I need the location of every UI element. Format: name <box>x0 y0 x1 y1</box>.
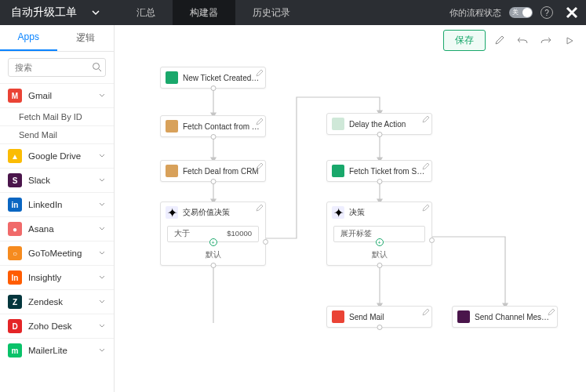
app-row-zoho-desk[interactable]: DZoho Desk <box>0 314 114 338</box>
flow-title-dropdown[interactable]: 自动升级工单 <box>0 5 111 20</box>
condition-row[interactable]: 大于 $10000 + <box>167 226 259 242</box>
crm-icon <box>166 120 178 132</box>
app-row-google-drive[interactable]: ▲Google Drive <box>0 143 114 168</box>
edit-icon[interactable] <box>422 308 430 316</box>
app-row-zendesk[interactable]: ZZendesk <box>0 289 114 314</box>
node-send-channel[interactable]: Send Channel Message <box>452 306 558 328</box>
chevron-down-icon <box>91 8 100 17</box>
app-row-mailerlite[interactable]: mMailerLite <box>0 338 114 362</box>
node-fetch-ticket[interactable]: Fetch Ticket from Supp... <box>326 160 432 182</box>
chevron-down-icon <box>98 298 106 306</box>
desk-icon <box>332 165 344 177</box>
app-row-linkedin[interactable]: inLinkedIn <box>0 192 114 216</box>
sidetab-logic[interactable]: 逻辑 <box>57 25 115 51</box>
app-row-gmail[interactable]: MGmail <box>0 83 114 107</box>
app-icon: D <box>8 319 22 333</box>
app-icon: Z <box>8 295 22 309</box>
status-label: 你的流程状态 <box>450 7 501 19</box>
sidetab-apps[interactable]: Apps <box>0 25 57 51</box>
chevron-down-icon <box>98 201 106 209</box>
add-condition-icon[interactable]: + <box>209 238 217 246</box>
close-button[interactable] <box>561 0 583 25</box>
edit-icon[interactable] <box>256 162 264 170</box>
default-branch: 默认 <box>161 250 265 260</box>
edit-icon[interactable] <box>489 31 509 50</box>
delay-icon <box>332 118 344 130</box>
edit-icon[interactable] <box>422 162 430 170</box>
crm-icon <box>166 165 178 177</box>
tab-history[interactable]: 历史记录 <box>235 0 308 25</box>
edit-icon[interactable] <box>256 118 264 125</box>
chevron-down-icon <box>98 322 106 330</box>
edit-icon[interactable] <box>548 308 555 316</box>
redo-icon[interactable] <box>536 31 556 50</box>
app-row-insightly[interactable]: InInsightly <box>0 265 114 289</box>
node-new-ticket[interactable]: New Ticket Created in ... <box>160 67 266 89</box>
edit-icon[interactable] <box>256 204 264 212</box>
node-delay[interactable]: Delay the Action <box>326 113 432 135</box>
svg-point-0 <box>93 64 100 70</box>
chevron-down-icon <box>98 176 106 184</box>
app-icon: In <box>8 270 22 285</box>
slack-icon <box>457 310 470 323</box>
chevron-down-icon <box>98 225 106 233</box>
app-icon: S <box>8 173 22 187</box>
undo-icon[interactable] <box>512 31 533 50</box>
status-toggle[interactable]: 关 <box>509 7 533 18</box>
tab-builder[interactable]: 构建器 <box>173 0 235 25</box>
chevron-down-icon <box>98 274 106 281</box>
app-row-gotomeeting[interactable]: ○GoToMeeting <box>0 241 114 265</box>
flow-title: 自动升级工单 <box>11 5 77 20</box>
app-action[interactable]: Send Mail <box>0 125 114 143</box>
app-action[interactable]: Fetch Mail By ID <box>0 107 114 125</box>
save-button[interactable]: 保存 <box>443 30 486 51</box>
tab-summary[interactable]: 汇总 <box>119 0 173 25</box>
search-icon <box>92 62 102 72</box>
app-icon: ○ <box>8 246 22 260</box>
node-fetch-contact[interactable]: Fetch Contact from CRM <box>160 115 266 137</box>
chevron-down-icon <box>98 249 106 257</box>
node-decision[interactable]: ✦决策 展开标签 + 默认 <box>326 201 432 266</box>
add-condition-icon[interactable]: + <box>376 238 384 246</box>
default-branch: 默认 <box>327 250 431 260</box>
play-icon[interactable] <box>559 31 580 50</box>
chevron-down-icon <box>98 92 106 100</box>
app-icon: ● <box>8 222 22 236</box>
gmail-icon <box>332 310 344 323</box>
chevron-down-icon <box>98 347 106 354</box>
node-fetch-deal[interactable]: Fetch Deal from CRM <box>160 160 266 182</box>
chevron-down-icon <box>98 152 106 160</box>
desk-icon <box>166 71 178 84</box>
app-row-slack[interactable]: SSlack <box>0 168 114 192</box>
edit-icon[interactable] <box>422 115 430 123</box>
app-row-asana[interactable]: ●Asana <box>0 216 114 241</box>
edit-icon[interactable] <box>422 204 430 212</box>
app-icon: ▲ <box>8 149 22 163</box>
app-icon: M <box>8 89 22 103</box>
help-icon[interactable]: ? <box>541 6 553 19</box>
node-deal-decision[interactable]: ✦交易价值决策 大于 $10000 + 默认 <box>160 201 266 266</box>
edit-icon[interactable] <box>256 69 264 77</box>
decision-icon: ✦ <box>166 206 178 219</box>
app-icon: in <box>8 198 22 212</box>
decision-icon: ✦ <box>332 206 344 219</box>
node-send-mail[interactable]: Send Mail <box>326 306 432 328</box>
app-icon: m <box>8 343 22 358</box>
condition-row[interactable]: 展开标签 + <box>333 226 425 242</box>
